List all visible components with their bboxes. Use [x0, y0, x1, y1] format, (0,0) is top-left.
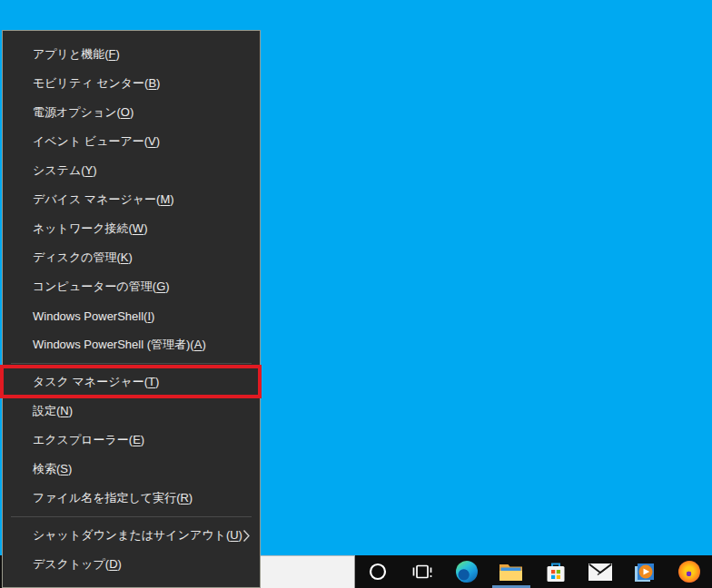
menu-separator — [11, 516, 252, 517]
menu-item-system[interactable]: システム(Y) — [3, 156, 260, 185]
winx-menu: アプリと機能(F)モビリティ センター(B)電源オプション(O)イベント ビュー… — [2, 30, 261, 588]
taskbar-button-store[interactable] — [534, 555, 578, 588]
menu-item-shutdown-or-signout[interactable]: シャットダウンまたはサインアウト(U) — [3, 521, 260, 550]
submenu-chevron-icon — [242, 529, 251, 543]
menu-item-label: 設定(N) — [33, 403, 73, 419]
menu-item-label: モビリティ センター(B) — [33, 75, 160, 92]
menu-item-label: デスクトップ(D) — [33, 556, 122, 573]
menu-item-label: タスク マネージャー(T) — [33, 374, 159, 390]
menu-item-label: ディスクの管理(K) — [33, 250, 133, 266]
menu-item-event-viewer[interactable]: イベント ビューアー(V) — [3, 127, 260, 156]
menu-item-desktop[interactable]: デスクトップ(D) — [3, 550, 260, 579]
menu-item-device-manager[interactable]: デバイス マネージャー(M) — [3, 185, 260, 214]
menu-item-label: コンピューターの管理(G) — [33, 279, 170, 295]
menu-item-file-explorer[interactable]: エクスプローラー(E) — [3, 426, 260, 455]
cortana-icon — [368, 562, 388, 582]
menu-separator — [11, 363, 252, 364]
menu-item-mobility-center[interactable]: モビリティ センター(B) — [3, 69, 260, 98]
taskbar-button-task-view[interactable] — [400, 555, 444, 588]
menu-item-task-manager[interactable]: タスク マネージャー(T) — [3, 368, 260, 397]
menu-item-settings[interactable]: 設定(N) — [3, 397, 260, 426]
menu-item-apps-and-features[interactable]: アプリと機能(F) — [3, 40, 260, 69]
firefox-icon — [678, 561, 700, 583]
menu-item-windows-powershell-admin[interactable]: Windows PowerShell (管理者)(A) — [3, 330, 260, 359]
mail-icon — [588, 564, 612, 581]
menu-item-label: エクスプローラー(E) — [33, 432, 144, 448]
menu-item-label: 検索(S) — [33, 461, 72, 477]
taskbar-button-mail[interactable] — [578, 555, 623, 588]
taskbar-button-cortana[interactable] — [355, 555, 400, 588]
menu-item-search[interactable]: 検索(S) — [3, 455, 260, 484]
taskbar-icons — [355, 555, 712, 588]
edge-icon — [456, 561, 478, 583]
menu-item-label: Windows PowerShell (管理者)(A) — [33, 337, 206, 353]
menu-item-windows-powershell[interactable]: Windows PowerShell(I) — [3, 301, 260, 330]
menu-item-label: ファイル名を指定して実行(R) — [33, 490, 193, 506]
file-explorer-icon — [499, 562, 523, 583]
menu-item-label: イベント ビューアー(V) — [33, 133, 160, 150]
menu-item-label: デバイス マネージャー(M) — [33, 191, 174, 208]
menu-item-label: アプリと機能(F) — [33, 46, 120, 63]
desktop[interactable]: アプリと機能(F)モビリティ センター(B)電源オプション(O)イベント ビュー… — [0, 0, 712, 588]
menu-item-run[interactable]: ファイル名を指定して実行(R) — [3, 484, 260, 513]
menu-item-disk-management[interactable]: ディスクの管理(K) — [3, 243, 260, 272]
taskbar-button-movies-tv[interactable] — [623, 555, 668, 588]
menu-item-computer-management[interactable]: コンピューターの管理(G) — [3, 272, 260, 301]
menu-item-network-connections[interactable]: ネットワーク接続(W) — [3, 214, 260, 243]
taskbar-button-firefox[interactable] — [668, 555, 712, 588]
menu-item-label: Windows PowerShell(I) — [33, 309, 154, 323]
taskbar-button-edge[interactable] — [444, 555, 489, 588]
taskbar-button-file-explorer[interactable] — [489, 555, 533, 588]
microsoft-store-icon — [546, 561, 566, 583]
menu-item-label: ネットワーク接続(W) — [33, 220, 147, 237]
menu-item-label: シャットダウンまたはサインアウト(U) — [33, 527, 242, 544]
task-view-icon — [411, 562, 433, 582]
menu-item-label: 電源オプション(O) — [33, 104, 134, 121]
taskbar-search-box[interactable] — [261, 555, 355, 588]
menu-item-label: システム(Y) — [33, 162, 97, 179]
menu-item-power-options[interactable]: 電源オプション(O) — [3, 98, 260, 127]
movies-tv-icon — [633, 561, 657, 583]
